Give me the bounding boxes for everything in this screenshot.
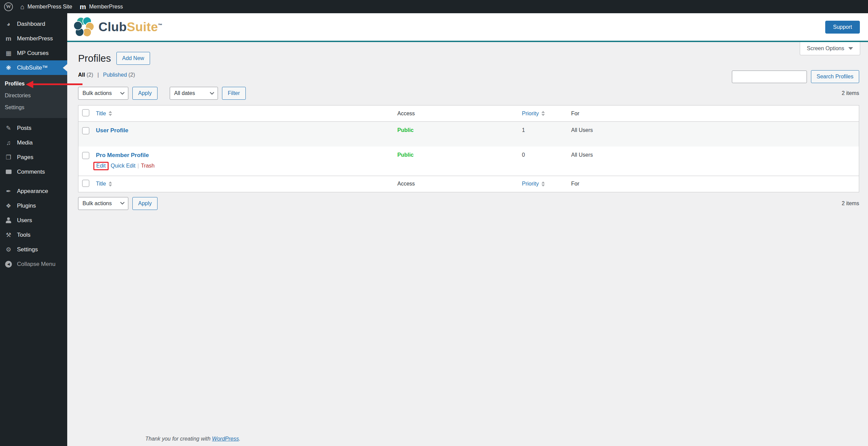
chevron-down-icon bbox=[120, 90, 125, 95]
bulk-actions-select[interactable]: Bulk actions bbox=[78, 197, 128, 210]
support-button[interactable]: Support bbox=[825, 21, 860, 34]
sidebar-item-label: Tools bbox=[17, 232, 31, 238]
sidebar-item-label: MemberPress bbox=[17, 35, 53, 42]
memberpress-icon: m bbox=[4, 35, 13, 42]
view-published-link[interactable]: Published bbox=[103, 72, 127, 78]
items-count: 2 items bbox=[842, 90, 859, 96]
sidebar-item-label: Media bbox=[17, 139, 33, 146]
footer-period: . bbox=[239, 436, 240, 442]
admin-bar-site-link[interactable]: ⌂ MemberPress Site bbox=[20, 3, 72, 10]
sidebar-item-label: Dashboard bbox=[17, 21, 45, 27]
sidebar-item-label: Plugins bbox=[17, 202, 36, 209]
wordpress-link[interactable]: WordPress bbox=[212, 436, 239, 442]
profile-title-link[interactable]: User Profile bbox=[96, 127, 128, 134]
view-all-link[interactable]: All bbox=[78, 72, 85, 78]
sidebar-item-directories[interactable]: Directories bbox=[0, 90, 67, 101]
admin-sidebar: ◕ Dashboard m MemberPress ▦ MP Courses ❋… bbox=[0, 13, 67, 446]
sidebar-item-label: Posts bbox=[17, 125, 32, 132]
column-for-label: For bbox=[568, 176, 859, 192]
menu-separator bbox=[0, 118, 67, 121]
collapse-menu-button[interactable]: ◀ Collapse Menu bbox=[0, 257, 67, 271]
sidebar-item-clubsuite[interactable]: ❋ ClubSuite™ bbox=[0, 60, 67, 75]
content-area: ClubSuite™ Support Screen Options Profil… bbox=[67, 13, 868, 446]
sidebar-item-media[interactable]: ♫ Media bbox=[0, 135, 67, 150]
view-all-count: (2) bbox=[87, 72, 93, 78]
home-icon: ⌂ bbox=[20, 3, 24, 10]
sidebar-item-tools[interactable]: ⚒ Tools bbox=[0, 228, 67, 242]
submenu-item-label: Profiles bbox=[5, 81, 25, 87]
row-checkbox[interactable] bbox=[82, 127, 89, 134]
sort-title-header[interactable]: Title bbox=[96, 181, 112, 187]
bulk-actions-value: Bulk actions bbox=[82, 90, 112, 96]
sidebar-item-plugins[interactable]: ❖ Plugins bbox=[0, 198, 67, 213]
sidebar-item-dashboard[interactable]: ◕ Dashboard bbox=[0, 17, 67, 31]
action-separator: | bbox=[137, 163, 139, 169]
sidebar-item-label: Pages bbox=[17, 154, 33, 161]
bulk-actions-value: Bulk actions bbox=[82, 200, 112, 207]
quick-edit-link[interactable]: Quick Edit bbox=[111, 163, 135, 169]
tablenav-bottom: Bulk actions Apply 2 items bbox=[78, 197, 859, 210]
sidebar-item-label: Settings bbox=[17, 246, 38, 253]
row-checkbox[interactable] bbox=[82, 152, 89, 159]
add-new-button[interactable]: Add New bbox=[116, 52, 150, 65]
sidebar-item-comments[interactable]: Comments bbox=[0, 164, 67, 179]
footer-thanks-label: Thank you for creating with bbox=[145, 436, 212, 442]
admin-footer-text: Thank you for creating with WordPress. bbox=[145, 436, 240, 442]
clubsuite-logo: ClubSuite™ bbox=[73, 17, 163, 38]
chevron-down-icon bbox=[120, 200, 125, 205]
search-profiles-button[interactable]: Search Profiles bbox=[811, 70, 860, 83]
select-all-checkbox[interactable] bbox=[82, 109, 89, 116]
pages-icon: ❐ bbox=[4, 154, 13, 160]
bulk-actions-select[interactable]: Bulk actions bbox=[78, 87, 128, 100]
table-row: Pro Member Profile EditQuick Edit|Trash … bbox=[78, 147, 859, 176]
page-wrap: Profiles Add New All (2) | Published (2)… bbox=[67, 42, 868, 210]
column-access-label: Access bbox=[394, 176, 519, 192]
wordpress-logo-icon[interactable]: W bbox=[4, 2, 13, 11]
admin-bar-memberpress-link[interactable]: m MemberPress bbox=[80, 3, 123, 10]
sidebar-item-appearance[interactable]: ✒ Appearance bbox=[0, 184, 67, 198]
edit-link[interactable]: Edit bbox=[96, 163, 106, 169]
sort-priority-header[interactable]: Priority bbox=[522, 111, 545, 117]
dates-filter-select[interactable]: All dates bbox=[170, 87, 218, 100]
sidebar-item-label: ClubSuite™ bbox=[17, 64, 48, 71]
access-status-badge: Public bbox=[398, 152, 414, 158]
table-header-row: Title Access Priority For bbox=[78, 105, 859, 122]
annotation-edit-highlight: Edit bbox=[93, 162, 109, 170]
sidebar-item-posts[interactable]: ✎ Posts bbox=[0, 121, 67, 135]
trash-link[interactable]: Trash bbox=[141, 163, 154, 169]
column-access-label: Access bbox=[394, 105, 519, 122]
sidebar-item-memberpress[interactable]: m MemberPress bbox=[0, 31, 67, 46]
apply-button[interactable]: Apply bbox=[132, 87, 158, 100]
priority-value: 1 bbox=[522, 127, 525, 133]
sidebar-item-clubsuite-settings[interactable]: Settings bbox=[0, 101, 67, 113]
sort-arrows-icon bbox=[109, 181, 112, 187]
filter-button[interactable]: Filter bbox=[222, 87, 246, 100]
sort-arrows-icon bbox=[109, 111, 112, 116]
sidebar-item-mp-courses[interactable]: ▦ MP Courses bbox=[0, 46, 67, 60]
sort-priority-header[interactable]: Priority bbox=[522, 181, 545, 187]
view-separator: | bbox=[97, 72, 99, 78]
apply-button[interactable]: Apply bbox=[132, 197, 158, 210]
sidebar-item-users[interactable]: Users bbox=[0, 213, 67, 228]
profile-title-link[interactable]: Pro Member Profile bbox=[96, 152, 149, 158]
sidebar-item-pages[interactable]: ❐ Pages bbox=[0, 150, 67, 164]
clubsuite-wordmark: ClubSuite™ bbox=[98, 20, 163, 34]
appearance-icon: ✒ bbox=[4, 188, 13, 194]
collapse-icon: ◀ bbox=[4, 261, 13, 268]
for-value: All Users bbox=[571, 152, 593, 158]
courses-icon: ▦ bbox=[4, 50, 13, 56]
tools-icon: ⚒ bbox=[4, 232, 13, 238]
clubsuite-header: ClubSuite™ Support bbox=[67, 13, 868, 42]
sort-title-header[interactable]: Title bbox=[96, 111, 112, 117]
media-icon: ♫ bbox=[4, 140, 13, 146]
for-value: All Users bbox=[571, 127, 593, 133]
sidebar-item-settings[interactable]: ⚙ Settings bbox=[0, 242, 67, 257]
sidebar-item-label: Appearance bbox=[17, 188, 48, 195]
table-row: User Profile Public 1 All Users bbox=[78, 122, 859, 147]
search-input[interactable] bbox=[732, 71, 807, 83]
priority-value: 0 bbox=[522, 152, 525, 158]
admin-bar: W ⌂ MemberPress Site m MemberPress bbox=[0, 0, 868, 13]
select-all-checkbox[interactable] bbox=[82, 180, 89, 187]
sidebar-item-label: Users bbox=[17, 217, 32, 224]
column-priority-label: Priority bbox=[522, 181, 539, 187]
